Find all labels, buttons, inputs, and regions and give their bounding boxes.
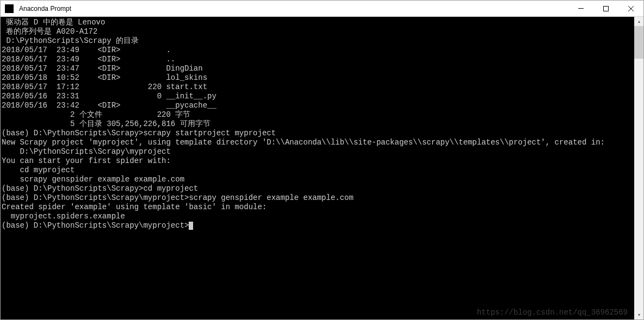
terminal-line: 5 个目录 305,256,226,816 可用字节 xyxy=(2,120,634,129)
terminal-line: D:\PythonScripts\Scrapy 的目录 xyxy=(2,36,634,46)
terminal-line: (base) D:\PythonScripts\Scrapy\myproject… xyxy=(2,193,634,203)
terminal-line: You can start your first spider with: xyxy=(2,156,634,166)
close-icon xyxy=(628,6,634,11)
scroll-down-arrow[interactable]: ▾ xyxy=(634,310,643,319)
window-controls xyxy=(568,1,643,17)
terminal-line: 2018/05/17 23:49 <DIR> .. xyxy=(2,55,634,64)
terminal-line: 2018/05/17 23:47 <DIR> DingDian xyxy=(2,64,634,73)
maximize-button[interactable] xyxy=(593,1,618,17)
window-title: Anaconda Prompt xyxy=(18,5,568,12)
vertical-scrollbar[interactable]: ▴ ▾ xyxy=(634,17,643,319)
terminal-line: 2 个文件 220 字节 xyxy=(2,110,634,120)
svg-rect-0 xyxy=(578,8,584,9)
terminal-line: (base) D:\PythonScripts\Scrapy>scrapy st… xyxy=(2,129,634,138)
window-titlebar: Anaconda Prompt xyxy=(1,1,643,17)
terminal-line: (base) D:\PythonScripts\Scrapy>cd myproj… xyxy=(2,184,634,193)
terminal-output[interactable]: 驱动器 D 中的卷是 Lenovo 卷的序列号是 A020-A172 D:\Py… xyxy=(1,17,634,319)
terminal-line: myproject.spiders.example xyxy=(2,212,634,221)
terminal-line: New Scrapy project 'myproject', using te… xyxy=(2,138,634,147)
terminal-line: 2018/05/17 17:12 220 start.txt xyxy=(2,83,634,92)
terminal-line: Created spider 'example' using template … xyxy=(2,203,634,212)
terminal-line: cd myproject xyxy=(2,166,634,175)
terminal-line: 驱动器 D 中的卷是 Lenovo xyxy=(2,18,634,27)
scroll-track[interactable] xyxy=(634,26,643,310)
terminal-line: 2018/05/16 23:42 <DIR> __pycache__ xyxy=(2,101,634,110)
close-button[interactable] xyxy=(618,1,643,17)
svg-rect-1 xyxy=(604,6,609,11)
terminal-container: 驱动器 D 中的卷是 Lenovo 卷的序列号是 A020-A172 D:\Py… xyxy=(1,17,643,319)
watermark-text: https://blog.csdn.net/qq_36962569 xyxy=(477,308,628,317)
terminal-line: 2018/05/18 10:52 <DIR> lol_skins xyxy=(2,73,634,83)
terminal-line: 2018/05/16 23:31 0 __init__.py xyxy=(2,92,634,101)
app-icon xyxy=(5,4,14,13)
scroll-up-arrow[interactable]: ▴ xyxy=(634,17,643,26)
terminal-line: (base) D:\PythonScripts\Scrapy\myproject… xyxy=(2,221,634,230)
terminal-line: scrapy genspider example example.com xyxy=(2,175,634,184)
minimize-button[interactable] xyxy=(568,1,593,17)
terminal-line: D:\PythonScripts\Scrapy\myproject xyxy=(2,147,634,156)
maximize-icon xyxy=(603,6,609,11)
terminal-line: 卷的序列号是 A020-A172 xyxy=(2,27,634,36)
scroll-thumb[interactable] xyxy=(634,26,643,59)
minimize-icon xyxy=(578,8,584,9)
cursor xyxy=(189,222,193,230)
terminal-line: 2018/05/17 23:49 <DIR> . xyxy=(2,46,634,55)
